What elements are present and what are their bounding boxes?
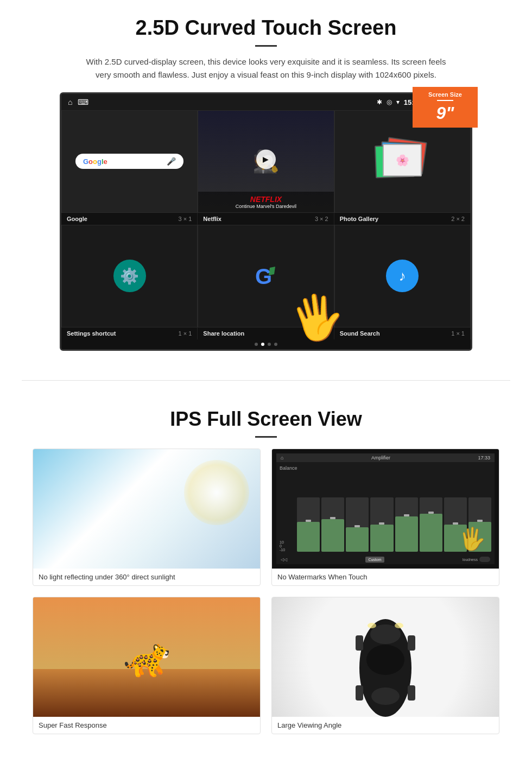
mic-icon: 🎤 <box>167 157 176 166</box>
cheetah-card: 🐆 Super Fast Response <box>33 597 261 734</box>
sun-circle <box>184 460 249 525</box>
gallery-card-front: 🌸 <box>383 144 422 176</box>
svg-point-4 <box>371 687 400 705</box>
dot-1[interactable] <box>255 343 258 346</box>
app-grid-top: Google 🎤 🕵️ ▶ <box>61 110 471 213</box>
sound-app-name: Sound Search <box>340 330 380 337</box>
sunlight-caption: No light reflecting under 360° direct su… <box>33 569 260 585</box>
amp-sliders-area: 10 0 -10 <box>280 473 491 552</box>
amp-thumb-7 <box>453 522 458 525</box>
gallery-stack: 🌸 <box>375 140 429 183</box>
amp-slider-1 <box>297 497 320 552</box>
music-note-icon: ♪ <box>399 268 406 285</box>
cheetah-caption: Super Fast Response <box>33 717 260 734</box>
amp-thumb-1 <box>306 520 311 522</box>
cheetah-scene: 🐆 <box>33 597 260 717</box>
svg-point-10 <box>395 623 403 628</box>
gallery-app-size: 2 × 2 <box>451 216 465 222</box>
sound-label: Sound Search 1 × 1 <box>334 327 471 339</box>
app-label-row-bottom: Settings shortcut 1 × 1 Share location 1… <box>61 327 471 339</box>
settings-app-cell[interactable]: ⚙️ <box>61 225 198 327</box>
section1-description: With 2.5D curved-display screen, this de… <box>81 55 451 81</box>
car-svg <box>353 614 418 722</box>
android-device: ⌂ ⌨ ✱ ◎ ▾ 15:06 ▣ ◁) ☒ ▭ <box>60 92 472 351</box>
amp-slider-6 <box>420 497 442 552</box>
maps-icon-wrap: G <box>250 260 282 292</box>
status-bar: ⌂ ⌨ ✱ ◎ ▾ 15:06 ▣ ◁) ☒ ▭ <box>61 94 471 110</box>
amp-screen: ⌂ Amplifier 17:33 Balance 10 0 -10 <box>276 453 495 564</box>
google-search-bar[interactable]: Google 🎤 <box>75 154 183 169</box>
svg-rect-8 <box>408 685 415 701</box>
amp-db-0: 0 <box>280 544 295 548</box>
amp-thumb-8 <box>477 520 483 522</box>
section1-title: 2.5D Curved Touch Screen <box>33 16 499 40</box>
title-divider <box>255 45 277 47</box>
amp-thumb-2 <box>330 517 335 519</box>
amplifier-caption: No Watermarks When Touch <box>272 569 499 585</box>
netflix-app-size: 3 × 2 <box>315 216 328 222</box>
share-location-cell[interactable]: G 🖐 <box>198 225 334 327</box>
sound-app-size: 1 × 1 <box>451 330 465 337</box>
dot-2[interactable] <box>261 343 264 346</box>
google-app-size: 3 × 1 <box>179 216 192 222</box>
svg-point-9 <box>368 623 376 628</box>
settings-icon-wrap: ⚙️ <box>113 260 146 292</box>
amplifier-image: ⌂ Amplifier 17:33 Balance 10 0 -10 <box>272 449 499 569</box>
amp-slider-2 <box>321 497 344 552</box>
gallery-label: Photo Gallery 2 × 2 <box>334 213 471 225</box>
google-logo: Google <box>83 157 107 166</box>
amp-fill-2 <box>321 519 344 552</box>
google-label: Google 3 × 1 <box>61 213 198 225</box>
amp-controls: Balance 10 0 -10 <box>276 462 495 555</box>
amp-thumb-5 <box>404 514 409 516</box>
amp-fill-4 <box>370 525 393 552</box>
amp-balance-label: Balance <box>280 465 297 471</box>
dot-4[interactable] <box>274 343 277 346</box>
amp-slider-4 <box>370 497 393 552</box>
amp-status-bar: ⌂ Amplifier 17:33 <box>276 453 495 462</box>
amp-fill-6 <box>420 514 442 552</box>
location-icon: ◎ <box>387 98 392 106</box>
amp-nav-back: ◁◁ <box>281 557 287 562</box>
svg-rect-5 <box>356 635 363 651</box>
amp-db-neg10: -10 <box>280 548 295 552</box>
amp-hand: 🖐 <box>459 526 486 552</box>
amp-thumb-6 <box>428 512 434 514</box>
toggle-pill[interactable] <box>479 557 490 562</box>
bluetooth-icon: ✱ <box>377 98 382 106</box>
pagination-dots <box>61 339 471 349</box>
svg-text:G: G <box>255 264 272 288</box>
amp-thumb-3 <box>354 525 360 527</box>
google-app-cell[interactable]: Google 🎤 <box>61 110 198 213</box>
settings-app-size: 1 × 1 <box>179 330 192 337</box>
screen-size-badge: Screen Size 9" <box>413 87 478 128</box>
badge-label: Screen Size <box>418 91 472 98</box>
image-grid: No light reflecting under 360° direct su… <box>33 449 499 734</box>
amp-fill-5 <box>395 516 418 552</box>
badge-size: 9" <box>418 103 472 123</box>
maps-icon: G <box>252 262 280 289</box>
sunlight-image <box>33 449 260 569</box>
netflix-label: Netflix 3 × 2 <box>198 213 334 225</box>
dot-3[interactable] <box>268 343 271 346</box>
netflix-app-name: Netflix <box>203 216 221 222</box>
usb-icon: ⌨ <box>78 98 88 106</box>
netflix-overlay: NETFLIX Continue Marvel's Daredevil <box>198 192 333 212</box>
sun-rays <box>33 449 260 569</box>
amp-loudness-toggle: loudness <box>463 557 490 562</box>
home-icon[interactable]: ⌂ <box>68 98 72 106</box>
amp-freq-labels: Balance <box>280 465 491 471</box>
netflix-logo: NETFLIX <box>202 195 329 204</box>
gear-icon: ⚙️ <box>120 267 139 285</box>
app-label-row-top: Google 3 × 1 Netflix 3 × 2 Photo Gallery… <box>61 213 471 225</box>
section-curved-touch: 2.5D Curved Touch Screen With 2.5D curve… <box>0 0 532 364</box>
amp-custom-button[interactable]: Custom <box>365 557 384 563</box>
car-card: Large Viewing Angle <box>271 597 499 734</box>
section2-title: IPS Full Screen View <box>33 408 499 431</box>
svg-rect-7 <box>356 685 363 701</box>
play-button[interactable]: ▶ <box>256 150 276 169</box>
sound-icon-wrap: ♪ <box>386 260 419 292</box>
section-ips: IPS Full Screen View No light reflecting… <box>0 397 532 750</box>
netflix-app-cell[interactable]: 🕵️ ▶ NETFLIX Continue Marvel's Daredevil <box>198 110 334 213</box>
sound-search-cell[interactable]: ♪ <box>334 225 471 327</box>
